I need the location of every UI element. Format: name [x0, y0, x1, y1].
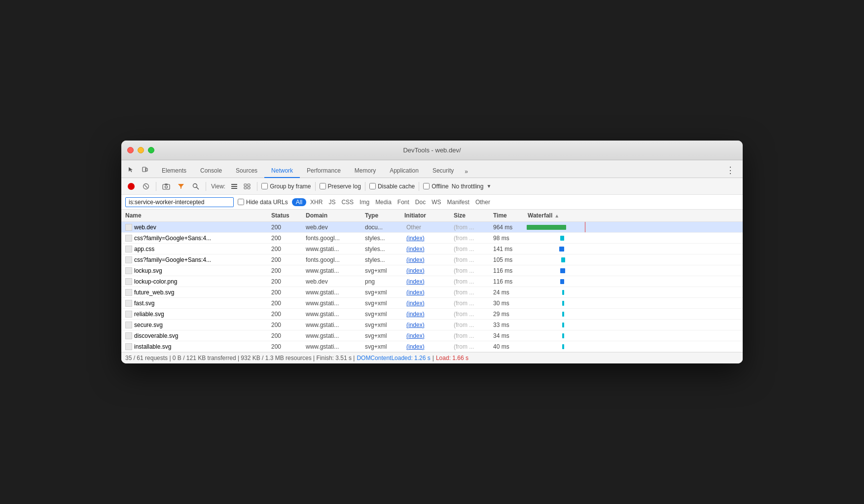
- header-initiator[interactable]: Initiator: [402, 212, 452, 219]
- capture-screenshot-button[interactable]: [160, 180, 172, 192]
- tab-performance[interactable]: Performance: [300, 164, 348, 178]
- cell-name: lockup.svg: [121, 267, 269, 274]
- header-waterfall[interactable]: Waterfall ▲: [526, 212, 743, 219]
- tab-sources[interactable]: Sources: [229, 164, 264, 178]
- preserve-log-input[interactable]: [320, 183, 326, 189]
- network-toolbar: View:: [121, 178, 743, 195]
- close-button[interactable]: [127, 147, 134, 153]
- filter-tag-doc[interactable]: Doc: [413, 198, 428, 206]
- cell-initiator-wrapper: (index): [402, 332, 452, 339]
- filter-input[interactable]: [125, 197, 234, 207]
- maximize-button[interactable]: [148, 147, 154, 153]
- filter-tag-xhr[interactable]: XHR: [308, 198, 324, 206]
- cell-waterfall: [526, 298, 743, 308]
- filter-icon: [178, 183, 184, 190]
- filter-tag-all[interactable]: All: [292, 198, 306, 206]
- status-separator: |: [432, 355, 434, 361]
- hide-data-urls-checkbox[interactable]: Hide data URLs: [238, 199, 288, 206]
- cell-waterfall: [526, 244, 743, 254]
- cell-initiator: (index): [404, 322, 425, 328]
- offline-checkbox[interactable]: Offline: [423, 183, 448, 190]
- table-row[interactable]: installable.svg 200 www.gstati... svg+xm…: [121, 341, 743, 352]
- table-row[interactable]: reliable.svg 200 www.gstati... svg+xml (…: [121, 309, 743, 320]
- waterfall-bar: [559, 247, 564, 252]
- group-by-frame-input[interactable]: [261, 183, 268, 189]
- throttling-selector[interactable]: No throttling: [452, 183, 484, 190]
- filter-tag-manifest[interactable]: Manifest: [445, 198, 471, 206]
- throttling-arrow[interactable]: ▼: [486, 183, 491, 189]
- devtools-window: DevTools - web.dev/ Elements Consol: [121, 141, 743, 363]
- header-name[interactable]: Name: [121, 212, 269, 219]
- list-view-button[interactable]: [228, 180, 240, 192]
- offline-input[interactable]: [423, 183, 430, 189]
- cell-status: 200: [269, 311, 304, 318]
- waterfall-bar: [562, 344, 564, 349]
- network-table: Name Status Domain Type Initiator Size: [121, 210, 743, 352]
- tab-console[interactable]: Console: [193, 164, 229, 178]
- table-row[interactable]: web.dev 200 web.dev docu... Other (from …: [121, 222, 743, 233]
- table-row[interactable]: app.css 200 www.gstati... styles... (ind…: [121, 244, 743, 254]
- cell-time: 24 ms: [491, 289, 526, 296]
- cell-name: discoverable.svg: [121, 332, 269, 339]
- tab-network[interactable]: Network: [264, 164, 300, 178]
- minimize-button[interactable]: [138, 147, 144, 153]
- waterfall-bar: [527, 225, 566, 230]
- table-row[interactable]: css?family=Google+Sans:4... 200 fonts.go…: [121, 233, 743, 244]
- cell-status: 200: [269, 332, 304, 339]
- group-by-frame-label: Group by frame: [270, 183, 311, 190]
- tab-elements[interactable]: Elements: [155, 164, 193, 178]
- table-row[interactable]: discoverable.svg 200 www.gstati... svg+x…: [121, 330, 743, 341]
- cell-type: png: [363, 278, 402, 285]
- divider-5: [365, 182, 365, 191]
- table-row[interactable]: fast.svg 200 www.gstati... svg+xml (inde…: [121, 298, 743, 309]
- tab-security[interactable]: Security: [426, 164, 461, 178]
- waterfall-bar: [562, 312, 564, 317]
- filter-tag-css[interactable]: CSS: [339, 198, 356, 206]
- filter-button[interactable]: [175, 180, 187, 192]
- clear-button[interactable]: [140, 180, 152, 192]
- disable-cache-input[interactable]: [369, 183, 376, 189]
- table-row[interactable]: css?family=Google+Sans:4... 200 fonts.go…: [121, 254, 743, 265]
- header-time[interactable]: Time: [491, 212, 526, 219]
- filter-tag-other[interactable]: Other: [473, 198, 492, 206]
- filter-tag-js[interactable]: JS: [326, 198, 337, 206]
- waterfall-bar: [562, 301, 564, 306]
- devtools-menu-button[interactable]: ⋮: [722, 162, 739, 178]
- search-button[interactable]: [190, 180, 202, 192]
- header-status[interactable]: Status: [269, 212, 304, 219]
- cursor-icon[interactable]: [125, 164, 137, 176]
- cell-status: 200: [269, 224, 304, 231]
- table-row[interactable]: lockup.svg 200 www.gstati... svg+xml (in…: [121, 265, 743, 276]
- cell-initiator-wrapper: (index): [402, 256, 452, 263]
- group-view-button[interactable]: [241, 180, 253, 192]
- tab-memory[interactable]: Memory: [348, 164, 383, 178]
- header-domain[interactable]: Domain: [304, 212, 363, 219]
- header-type[interactable]: Type: [363, 212, 402, 219]
- cell-filename: installable.svg: [134, 343, 171, 350]
- table-row[interactable]: lockup-color.png 200 web.dev png (index)…: [121, 276, 743, 287]
- view-label: View:: [211, 183, 225, 190]
- table-row[interactable]: secure.svg 200 www.gstati... svg+xml (in…: [121, 320, 743, 330]
- device-icon[interactable]: [139, 164, 151, 176]
- record-button[interactable]: [125, 180, 137, 192]
- cell-size: (from ...: [452, 311, 491, 318]
- dom-content-loaded: DOMContentLoaded: 1.26 s: [357, 355, 430, 361]
- hide-data-urls-input[interactable]: [238, 199, 244, 205]
- svg-rect-6: [165, 183, 168, 185]
- header-size[interactable]: Size: [452, 212, 491, 219]
- filter-tag-font[interactable]: Font: [396, 198, 411, 206]
- cell-waterfall: [526, 341, 743, 352]
- disable-cache-checkbox[interactable]: Disable cache: [369, 183, 415, 190]
- table-row[interactable]: future_web.svg 200 www.gstati... svg+xml…: [121, 287, 743, 298]
- tab-application[interactable]: Application: [383, 164, 426, 178]
- filter-tag-media[interactable]: Media: [373, 198, 394, 206]
- filter-tag-ws[interactable]: WS: [430, 198, 443, 206]
- divider-2: [206, 182, 206, 191]
- more-tabs-button[interactable]: »: [461, 165, 472, 178]
- cell-type: svg+xml: [363, 289, 402, 296]
- filter-tag-img[interactable]: Img: [358, 198, 371, 206]
- preserve-log-checkbox[interactable]: Preserve log: [320, 183, 361, 190]
- tab-icon-group: [125, 164, 151, 178]
- group-by-frame-checkbox[interactable]: Group by frame: [261, 183, 311, 190]
- cell-type: svg+xml: [363, 311, 402, 318]
